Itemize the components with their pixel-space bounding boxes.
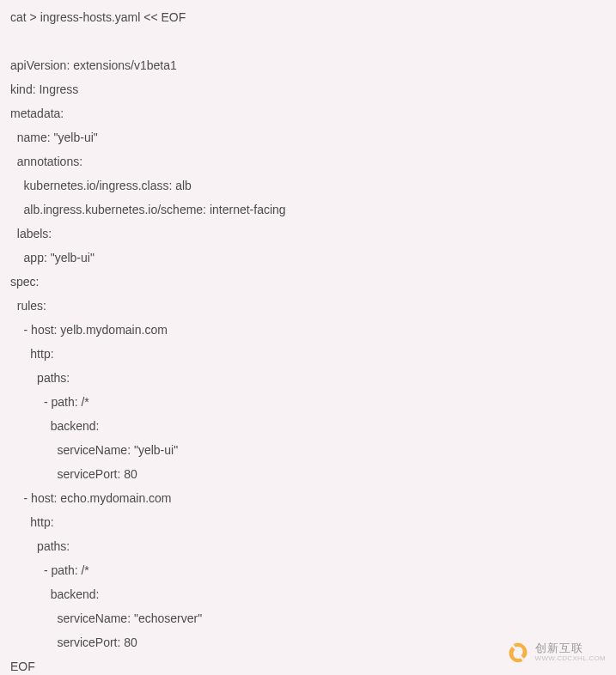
- code-line: app: "yelb-ui": [10, 246, 606, 270]
- code-line: - path: /*: [10, 390, 606, 414]
- code-line: - path: /*: [10, 558, 606, 582]
- logo-icon: [506, 641, 530, 665]
- code-line: backend:: [10, 582, 606, 606]
- code-line: servicePort: 80: [10, 462, 606, 486]
- code-line: spec:: [10, 270, 606, 294]
- code-line: serviceName: "echoserver": [10, 606, 606, 630]
- code-line: serviceName: "yelb-ui": [10, 438, 606, 462]
- code-line: cat > ingress-hosts.yaml << EOF: [10, 5, 606, 29]
- code-block: cat > ingress-hosts.yaml << EOF apiVersi…: [0, 0, 616, 675]
- code-line: alb.ingress.kubernetes.io/scheme: intern…: [10, 198, 606, 222]
- code-line: - host: echo.mydomain.com: [10, 486, 606, 510]
- code-line: rules:: [10, 294, 606, 318]
- code-line: name: "yelb-ui": [10, 125, 606, 149]
- code-line: annotations:: [10, 149, 606, 173]
- code-line: kind: Ingress: [10, 77, 606, 101]
- code-line: apiVersion: extensions/v1beta1: [10, 53, 606, 77]
- code-line: metadata:: [10, 101, 606, 125]
- code-line: kubernetes.io/ingress.class: alb: [10, 173, 606, 198]
- watermark-text: 创新互联 WWW.CDCXHL.COM: [535, 642, 606, 662]
- watermark-sub: WWW.CDCXHL.COM: [535, 655, 606, 663]
- code-line: paths:: [10, 366, 606, 390]
- code-line: paths:: [10, 534, 606, 558]
- code-line: http:: [10, 342, 606, 366]
- code-line: http:: [10, 510, 606, 534]
- watermark-main: 创新互联: [535, 642, 606, 654]
- code-line: - host: yelb.mydomain.com: [10, 318, 606, 342]
- code-line: labels:: [10, 222, 606, 246]
- watermark: 创新互联 WWW.CDCXHL.COM: [506, 641, 606, 665]
- code-line: [10, 29, 606, 53]
- code-line: backend:: [10, 414, 606, 438]
